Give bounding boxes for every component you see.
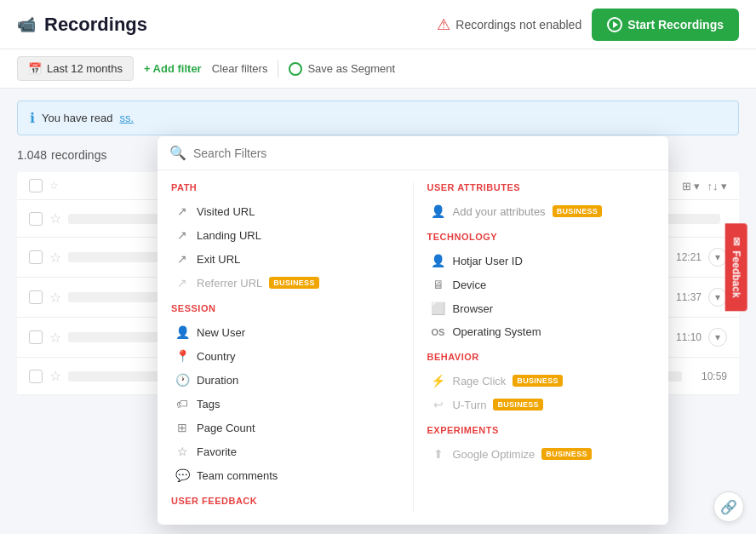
main-content: ℹ You have read ss. 1.048 recordings ☆ ⊞… xyxy=(0,89,756,534)
select-all-checkbox[interactable] xyxy=(29,179,43,192)
date-range-label: Last 12 months xyxy=(47,62,123,75)
business-badge: BUSINESS xyxy=(553,205,602,217)
recordings-icon: 📹 xyxy=(17,15,36,34)
row-time: 11:37 xyxy=(663,291,702,303)
table-sort-icon[interactable]: ⊞ ▾ xyxy=(682,180,701,192)
new-user-label: New User xyxy=(197,326,245,339)
row-checkbox[interactable] xyxy=(29,250,43,264)
row-favorite-icon[interactable]: ☆ xyxy=(49,368,61,384)
header-right: ⚠ Recordings not enabled Start Recording… xyxy=(437,9,739,41)
copy-link-button[interactable]: 🔗 xyxy=(713,491,744,522)
clock-icon: 🕐 xyxy=(175,373,190,387)
feedback-tab[interactable]: ✉ Feedback xyxy=(724,223,747,311)
row-favorite-icon[interactable]: ☆ xyxy=(49,290,61,306)
row-favorite-icon[interactable]: ☆ xyxy=(49,250,61,266)
title-area: 📹 Recordings xyxy=(17,14,437,36)
row-favorite-icon[interactable]: ☆ xyxy=(49,330,61,346)
segment-icon xyxy=(289,62,302,76)
page-count-label: Page Count xyxy=(197,422,255,434)
add-attrs-label[interactable]: Add your attributes xyxy=(453,205,546,218)
not-enabled-text: Recordings not enabled xyxy=(455,18,581,32)
filter-item-os[interactable]: OS Operating System xyxy=(427,320,656,343)
row-expand-button[interactable]: ▾ xyxy=(708,328,727,347)
page-title: Recordings xyxy=(44,14,147,36)
filter-item-referrer-url: ↗ Referrer URL BUSINESS xyxy=(171,271,399,295)
rage-click-icon: ⚡ xyxy=(431,374,446,388)
dropdown-body: PATH ↗ Visited URL ↗ Landing URL ↗ Exit … xyxy=(158,170,668,525)
feedback-label: Feedback xyxy=(730,250,742,297)
os-label: Operating System xyxy=(453,325,541,338)
filter-item-team-comments[interactable]: 💬 Team comments xyxy=(171,463,399,487)
tags-label: Tags xyxy=(197,398,220,411)
google-optimize-label: Google Optimize xyxy=(453,448,536,461)
start-recordings-button[interactable]: Start Recordings xyxy=(592,9,739,41)
filter-item-add-attrs[interactable]: 👤 Add your attributes BUSINESS xyxy=(427,199,656,223)
filter-right-col: USER ATTRIBUTES 👤 Add your attributes BU… xyxy=(414,182,669,513)
table-action-icon[interactable]: ↑↓ ▾ xyxy=(707,180,727,192)
landing-url-label: Landing URL xyxy=(197,229,261,242)
calendar-icon: 📅 xyxy=(28,62,42,75)
filter-item-tags[interactable]: 🏷 Tags xyxy=(171,392,399,416)
url-icon: ↗ xyxy=(175,276,190,290)
filter-item-duration[interactable]: 🕐 Duration xyxy=(171,368,399,392)
business-badge: BUSINESS xyxy=(541,448,591,460)
browser-icon: ⬜ xyxy=(431,301,446,315)
google-optimize-icon: ⬆ xyxy=(431,447,446,461)
start-btn-label: Start Recordings xyxy=(627,18,724,32)
favorite-label: Favorite xyxy=(197,445,237,458)
url-icon: ↗ xyxy=(175,204,190,218)
page-header: 📹 Recordings ⚠ Recordings not enabled St… xyxy=(0,0,756,49)
clear-filters-button[interactable]: Clear filters xyxy=(212,62,268,75)
save-segment-label: Save as Segment xyxy=(307,62,395,75)
info-link[interactable]: ss. xyxy=(119,112,134,124)
row-time: 12:21 xyxy=(663,251,702,263)
user-attrs-section-title: USER ATTRIBUTES xyxy=(427,182,656,192)
row-favorite-icon[interactable]: ☆ xyxy=(49,210,61,227)
filter-search-input[interactable] xyxy=(193,146,656,160)
save-segment-button[interactable]: Save as Segment xyxy=(289,62,395,76)
experiments-section-title: EXPERIMENTS xyxy=(427,425,656,435)
filter-item-browser[interactable]: ⬜ Browser xyxy=(427,296,656,320)
filter-item-device[interactable]: 🖥 Device xyxy=(427,273,656,296)
filter-item-landing-url[interactable]: ↗ Landing URL xyxy=(171,223,399,247)
row-checkbox[interactable] xyxy=(29,290,43,304)
info-icon: ℹ xyxy=(30,110,35,126)
url-icon: ↗ xyxy=(175,252,190,266)
user-icon: 👤 xyxy=(175,325,190,339)
hotjar-id-label: Hotjar User ID xyxy=(453,255,523,267)
filter-bar-divider xyxy=(278,60,278,78)
filter-item-country[interactable]: 📍 Country xyxy=(171,344,399,368)
filter-item-page-count[interactable]: ⊞ Page Count xyxy=(171,416,399,439)
user-feedback-section-title: USER FEEDBACK xyxy=(171,496,399,506)
feedback-icon: ✉ xyxy=(730,237,742,245)
session-section-title: SESSION xyxy=(171,303,399,313)
star-icon: ☆ xyxy=(175,445,190,458)
info-text: You have read xyxy=(42,112,112,124)
filter-item-google-optimize: ⬆ Google Optimize BUSINESS xyxy=(427,442,656,466)
filter-item-exit-url[interactable]: ↗ Exit URL xyxy=(171,247,399,271)
comment-icon: 💬 xyxy=(175,468,190,482)
filter-item-favorite[interactable]: ☆ Favorite xyxy=(171,439,399,463)
search-icon: 🔍 xyxy=(169,145,186,161)
table-col-star: ☆ xyxy=(49,180,59,192)
user-attrs-icon: 👤 xyxy=(431,204,446,218)
date-range-button[interactable]: 📅 Last 12 months xyxy=(17,56,134,81)
filter-item-new-user[interactable]: 👤 New User xyxy=(171,320,399,344)
add-filter-button[interactable]: + Add filter xyxy=(144,62,202,75)
tag-icon: 🏷 xyxy=(175,397,190,411)
row-checkbox[interactable] xyxy=(29,212,43,226)
filter-item-hotjar-id[interactable]: 👤 Hotjar User ID xyxy=(427,249,656,273)
filter-item-rage-click: ⚡ Rage Click BUSINESS xyxy=(427,369,656,393)
filter-bar: 📅 Last 12 months + Add filter Clear filt… xyxy=(0,49,756,89)
recordings-label: recordings xyxy=(51,148,106,162)
row-checkbox[interactable] xyxy=(29,370,43,383)
country-label: Country xyxy=(197,350,236,363)
technology-section-title: TECHNOLOGY xyxy=(427,232,656,242)
info-banner: ℹ You have read ss. xyxy=(17,100,739,135)
visited-url-label: Visited URL xyxy=(197,205,255,218)
behavior-section-title: BEHAVIOR xyxy=(427,352,656,362)
team-comments-label: Team comments xyxy=(197,469,278,482)
filter-item-visited-url[interactable]: ↗ Visited URL xyxy=(171,199,399,223)
referrer-url-label: Referrer URL xyxy=(197,277,262,290)
row-checkbox[interactable] xyxy=(29,330,43,344)
